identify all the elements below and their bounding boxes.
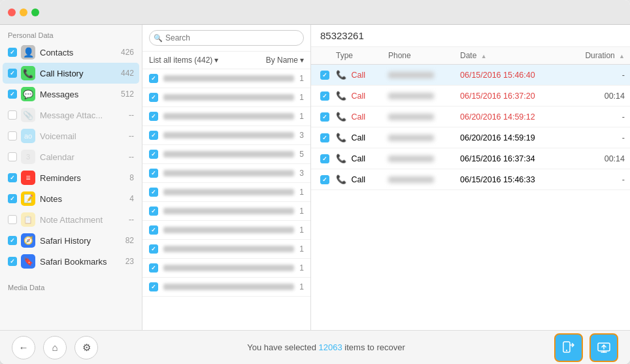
- sidebar-item-message-attach-checkbox[interactable]: [8, 110, 17, 120]
- list-item-checkbox[interactable]: [149, 169, 158, 178]
- duration-col: 00:14: [571, 154, 630, 163]
- list-item[interactable]: 1: [142, 278, 310, 297]
- home-button[interactable]: ⌂: [43, 336, 67, 359]
- row-checkbox[interactable]: [320, 71, 329, 80]
- search-wrap: 🔍: [149, 30, 304, 46]
- list-all-button[interactable]: List all items (442) ▾: [149, 56, 218, 65]
- list-item[interactable]: 1: [142, 107, 310, 126]
- col-date-header: Date ▲: [460, 51, 571, 60]
- row-checkbox[interactable]: [320, 112, 329, 122]
- sidebar-item-messages-checkbox[interactable]: [8, 90, 17, 99]
- middle-panel: 🔍 List all items (442) ▾ By Name ▾: [142, 25, 311, 330]
- sidebar-item-calendar[interactable]: 3 Calendar --: [3, 146, 139, 167]
- list-item[interactable]: 1: [142, 221, 310, 240]
- sidebar-item-voicemail[interactable]: ao Voicemail --: [3, 125, 139, 146]
- safari-bookmarks-count: 23: [125, 257, 134, 266]
- voicemail-icon: ao: [21, 129, 35, 143]
- list-item[interactable]: 1: [142, 202, 310, 221]
- sidebar-item-reminders-checkbox[interactable]: [8, 173, 17, 182]
- table-row[interactable]: 📞 Call 06/20/2016 14:59:19 -: [311, 127, 630, 148]
- settings-icon: ⚙: [82, 342, 91, 354]
- list-item[interactable]: 1: [142, 259, 310, 278]
- sort-button[interactable]: By Name ▾: [266, 56, 304, 65]
- table-row[interactable]: 📞 Call 06/20/2016 14:59:12 -: [311, 107, 630, 127]
- table-row[interactable]: 📞 Call 06/15/2016 15:46:40 -: [311, 65, 630, 86]
- table-row[interactable]: 📞 Call 06/15/2016 16:37:20 00:14: [311, 86, 630, 107]
- duration-col: -: [571, 175, 630, 184]
- list-item[interactable]: 1: [142, 88, 310, 107]
- sidebar-item-messages[interactable]: 💬 Messages 512: [3, 84, 139, 105]
- phone-col: [388, 71, 460, 80]
- sidebar-item-reminders[interactable]: ≡ Reminders 8: [3, 167, 139, 188]
- date-col: 06/15/2016 16:37:20: [460, 91, 571, 101]
- list-item-content: [163, 246, 294, 252]
- list-item-checkbox[interactable]: [149, 263, 158, 273]
- row-checkbox[interactable]: [320, 91, 329, 101]
- sidebar-item-call-history-checkbox[interactable]: [8, 69, 17, 78]
- table-row[interactable]: 📞 Call 06/15/2016 16:37:34 00:14: [311, 148, 630, 169]
- list-item[interactable]: 3: [142, 164, 310, 183]
- list-item[interactable]: 5: [142, 145, 310, 164]
- minimize-button[interactable]: [20, 8, 27, 16]
- list-item-checkbox[interactable]: [149, 131, 158, 140]
- row-checkbox[interactable]: [320, 154, 329, 163]
- list-item-content: [163, 227, 294, 233]
- back-button[interactable]: ←: [12, 336, 35, 359]
- sidebar-item-safari-history[interactable]: 🧭 Safari History 82: [3, 230, 139, 251]
- safari-history-label: Safari History: [40, 236, 123, 246]
- sidebar-item-notes-checkbox[interactable]: [8, 194, 17, 203]
- safari-history-count: 82: [125, 236, 134, 245]
- table-header: Type Phone Date ▲ Duration ▲: [311, 47, 630, 65]
- list-item-checkbox[interactable]: [149, 150, 158, 159]
- sidebar-item-note-attach[interactable]: 📋 Note Attachment --: [3, 209, 139, 230]
- sidebar-item-contacts[interactable]: 👤 Contacts 426: [3, 42, 139, 63]
- row-checkbox[interactable]: [320, 175, 329, 184]
- sidebar-item-notes[interactable]: 📝 Notes 4: [3, 188, 139, 209]
- sidebar-item-safari-history-checkbox[interactable]: [8, 236, 17, 245]
- list-item[interactable]: 3: [142, 126, 310, 145]
- list-item-checkbox[interactable]: [149, 112, 158, 121]
- list-item-checkbox[interactable]: [149, 207, 158, 216]
- maximize-button[interactable]: [31, 8, 39, 16]
- sidebar-item-calendar-checkbox[interactable]: [8, 152, 17, 161]
- sidebar-item-voicemail-checkbox[interactable]: [8, 131, 17, 141]
- close-button[interactable]: [8, 8, 16, 16]
- sidebar-item-message-attach[interactable]: 📎 Message Attac... --: [3, 105, 139, 125]
- sidebar-item-call-history[interactable]: 📞 Call History 442: [3, 63, 139, 84]
- list-item[interactable]: 1: [142, 240, 310, 259]
- sidebar-item-safari-bookmarks-checkbox[interactable]: [8, 257, 17, 266]
- blurred-name: [163, 170, 294, 176]
- list-item-checkbox[interactable]: [149, 93, 158, 102]
- blurred-name: [163, 227, 294, 233]
- notes-icon: 📝: [21, 191, 35, 206]
- list-item-num: 1: [299, 282, 304, 291]
- list-item-checkbox[interactable]: [149, 188, 158, 197]
- recover-computer-icon: [597, 340, 611, 355]
- sidebar-item-note-attach-checkbox[interactable]: [8, 215, 17, 224]
- list-item-checkbox[interactable]: [149, 74, 158, 83]
- right-header: 85323261: [311, 25, 630, 47]
- recover-to-device-button[interactable]: [554, 333, 583, 362]
- list-item-checkbox[interactable]: [149, 244, 158, 254]
- list-item-checkbox[interactable]: [149, 282, 158, 291]
- sidebar-item-contacts-checkbox[interactable]: [8, 48, 17, 57]
- call-type: 📞 Call: [336, 70, 388, 80]
- blurred-name: [163, 132, 294, 139]
- search-input[interactable]: [149, 30, 304, 46]
- sidebar-item-safari-bookmarks[interactable]: 🔖 Safari Bookmarks 23: [3, 251, 139, 272]
- contacts-label: Contacts: [40, 48, 118, 58]
- table-row[interactable]: 📞 Call 06/15/2016 15:46:33 -: [311, 169, 630, 190]
- phone-value-blur: [388, 176, 434, 183]
- list-item-checkbox[interactable]: [149, 225, 158, 235]
- list-item[interactable]: 1: [142, 183, 310, 202]
- row-checkbox[interactable]: [320, 133, 329, 142]
- settings-button[interactable]: ⚙: [75, 336, 98, 359]
- list-item-content: [163, 151, 294, 157]
- blurred-name: [163, 151, 294, 157]
- status-text-before: You have selected: [247, 342, 318, 352]
- recover-to-computer-button[interactable]: [589, 333, 618, 362]
- list-item[interactable]: 1: [142, 69, 310, 88]
- traffic-lights: [8, 8, 39, 16]
- list-item-content: [163, 113, 294, 120]
- col-phone-header: Phone: [388, 51, 460, 60]
